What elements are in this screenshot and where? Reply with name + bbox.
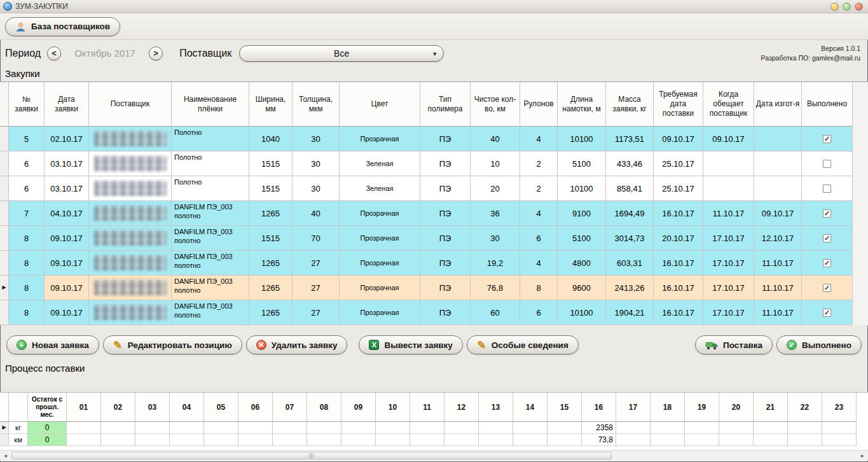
done-checkbox[interactable]: [823, 185, 831, 193]
day-header-21[interactable]: 21: [754, 393, 788, 422]
row-selector[interactable]: ▶: [0, 422, 9, 434]
delivery-button[interactable]: Поставка: [695, 335, 773, 354]
row-selector[interactable]: [0, 151, 9, 176]
column-header-width[interactable]: Ширина, мм: [249, 82, 293, 127]
purchase-row[interactable]: 809.10.17DANFILM ПЭ_003 полотно126527Про…: [0, 251, 868, 276]
purchase-row[interactable]: 603.10.17Полотно151530ЗеленаяПЭ202101008…: [0, 176, 868, 201]
purchase-row[interactable]: 704.10.17DANFILM ПЭ_003 полотно126540Про…: [0, 201, 868, 226]
row-selector[interactable]: [0, 300, 9, 325]
cell-due_date: 16.10.17: [654, 251, 703, 276]
cell-color: Прозрачная: [340, 201, 420, 226]
day-header-04[interactable]: 04: [170, 393, 204, 422]
day-header-02[interactable]: 02: [101, 393, 135, 422]
cell-mass_kg: 3014,73: [606, 226, 654, 251]
column-header-made_date[interactable]: Дата изгот-я: [754, 82, 802, 127]
day-header-10[interactable]: 10: [376, 393, 410, 422]
supplier-select[interactable]: Все ▼: [239, 45, 444, 62]
delivery-row[interactable]: ▶кг02358: [0, 422, 868, 434]
horizontal-scrollbar[interactable]: ◄ ►: [0, 450, 868, 461]
day-header-01[interactable]: 01: [67, 393, 101, 422]
day-header-14[interactable]: 14: [513, 393, 548, 422]
minimize-button[interactable]: [830, 3, 839, 11]
done-checkbox[interactable]: ✓: [823, 209, 831, 218]
scroll-left-arrow-icon[interactable]: ◄: [0, 451, 11, 461]
day-header-18[interactable]: 18: [651, 393, 685, 422]
day-header-15[interactable]: 15: [548, 393, 582, 422]
done-checkbox[interactable]: ✓: [823, 234, 831, 242]
done-checkbox[interactable]: ✓: [823, 284, 831, 292]
column-header-promised_date[interactable]: Когда обещает поставщик: [703, 82, 754, 127]
day-header-11[interactable]: 11: [410, 393, 444, 422]
purchase-row[interactable]: 603.10.17Полотно151530ЗеленаяПЭ102510043…: [0, 151, 868, 176]
day-header-16[interactable]: 16: [582, 393, 616, 422]
new-request-button[interactable]: + Новая заявка: [6, 335, 99, 354]
purchase-row[interactable]: 502.10.17Полотно104030ПрозрачнаяПЭ404101…: [0, 127, 868, 151]
column-header-due_date[interactable]: Требуемая дата поставки: [654, 82, 703, 127]
day-header-13[interactable]: 13: [479, 393, 513, 422]
scroll-right-arrow-icon[interactable]: ►: [857, 451, 868, 461]
cell-net_km: 19,2: [471, 251, 520, 276]
column-header-rolls[interactable]: Рулонов: [520, 82, 558, 127]
done-checkbox[interactable]: ✓: [823, 309, 831, 317]
supplier-redacted: [94, 305, 167, 320]
column-header-supplier[interactable]: Поставщик: [89, 82, 172, 127]
day-header-23[interactable]: 23: [822, 393, 857, 422]
day-header-03[interactable]: 03: [135, 393, 170, 422]
day-cell-18: [651, 422, 685, 434]
day-header-12[interactable]: 12: [444, 393, 479, 422]
day-header-17[interactable]: 17: [616, 393, 651, 422]
delete-request-button[interactable]: ✕ Удалить заявку: [246, 335, 348, 354]
export-request-button[interactable]: X Вывести заявку: [359, 335, 462, 354]
row-selector[interactable]: [0, 251, 9, 276]
column-header-date[interactable]: Дата заявки: [45, 82, 89, 127]
delivery-row[interactable]: км073,8: [0, 434, 868, 446]
period-next-button[interactable]: >: [149, 46, 163, 60]
day-header-05[interactable]: 05: [204, 393, 238, 422]
done-checkbox[interactable]: ✓: [823, 259, 831, 267]
day-cell-15: [548, 434, 582, 446]
period-prev-button[interactable]: <: [47, 46, 61, 60]
plus-icon: +: [17, 340, 27, 350]
maximize-button[interactable]: [843, 3, 851, 11]
day-cell-19: [685, 422, 719, 434]
day-header-22[interactable]: 22: [788, 393, 822, 422]
column-header-film[interactable]: Наименование плёнки: [172, 82, 249, 127]
row-selector[interactable]: [0, 434, 9, 446]
purchase-row[interactable]: 809.10.17DANFILM ПЭ_003 полотно151570Про…: [0, 226, 868, 251]
day-cell-12: [444, 422, 479, 434]
column-header-thickness[interactable]: Толщина, мкм: [293, 82, 340, 127]
special-info-button[interactable]: ✎ Особые сведения: [467, 335, 579, 354]
close-button[interactable]: [855, 3, 863, 11]
column-header-polymer[interactable]: Тип полимера: [420, 82, 471, 127]
cell-thickness: 30: [293, 151, 340, 176]
day-header-20[interactable]: 20: [719, 393, 754, 422]
button-label: Поставка: [723, 340, 762, 350]
cell-film: DANFILM ПЭ_003 полотно: [172, 276, 249, 300]
row-selector[interactable]: [0, 127, 9, 151]
day-header-06[interactable]: 06: [238, 393, 273, 422]
scrollbar-thumb[interactable]: [11, 452, 612, 459]
purchase-row[interactable]: ▶809.10.17DANFILM ПЭ_003 полотно126527Пр…: [0, 276, 868, 300]
day-header-08[interactable]: 08: [307, 393, 341, 422]
purchase-row[interactable]: 809.10.17DANFILM ПЭ_003 полотно126527Про…: [0, 300, 868, 325]
column-header-winding_m[interactable]: Длина намотки, м: [558, 82, 606, 127]
suppliers-db-button[interactable]: База поставщиков: [5, 17, 120, 36]
done-checkbox[interactable]: ✓: [823, 135, 831, 143]
row-selector[interactable]: [0, 226, 9, 251]
column-header-done[interactable]: Выполнено: [802, 82, 853, 127]
done-checkbox[interactable]: [823, 160, 831, 168]
column-header-num[interactable]: № заявки: [9, 82, 45, 127]
row-selector[interactable]: [0, 201, 9, 226]
day-cell-20: [719, 434, 754, 446]
column-header-mass_kg[interactable]: Масса заявки, кг: [606, 82, 654, 127]
day-header-19[interactable]: 19: [685, 393, 719, 422]
column-header-net_km[interactable]: Чистое кол-во, км: [471, 82, 520, 127]
day-header-09[interactable]: 09: [341, 393, 376, 422]
day-header-07[interactable]: 07: [273, 393, 307, 422]
column-header-color[interactable]: Цвет: [340, 82, 420, 127]
row-selector[interactable]: ▶: [0, 276, 9, 300]
cell-num: 8: [9, 276, 45, 300]
row-selector[interactable]: [0, 176, 9, 201]
done-button[interactable]: ✓ Выполнено: [776, 335, 862, 354]
edit-position-button[interactable]: ✎ Редактировать позицию: [103, 335, 242, 354]
